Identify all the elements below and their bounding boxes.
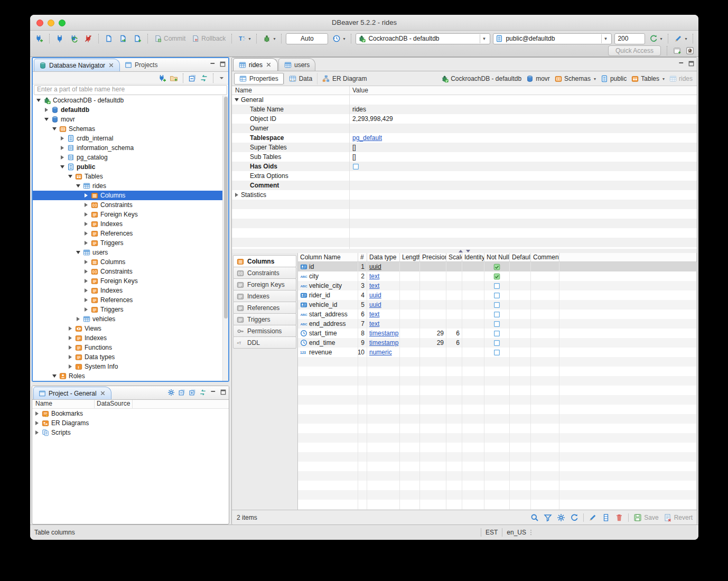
breadcrumb-rides[interactable]: rides (669, 75, 693, 82)
not-null-checkbox-unchecked[interactable] (493, 292, 500, 299)
quick-access-button[interactable]: Quick Access (608, 45, 661, 56)
tree-item-columns[interactable]: Columns (33, 257, 228, 267)
tab-properties[interactable]: Properties (234, 73, 284, 85)
property-row-owner[interactable]: Owner (232, 124, 697, 133)
details-tab-constraints[interactable]: Constraints (233, 267, 296, 279)
property-row-tablespace[interactable]: Tablespacepg_default (232, 133, 697, 143)
property-row-statistics[interactable]: Statistics (232, 190, 697, 200)
expand-arrow[interactable] (83, 240, 89, 246)
expand-arrow[interactable] (34, 411, 40, 416)
expand-arrow[interactable] (83, 221, 89, 227)
gear-icon[interactable] (167, 389, 175, 396)
rollback-button[interactable]: Rollback (190, 33, 227, 44)
column-row-id[interactable]: id1uuid (298, 262, 697, 271)
expand-arrow[interactable] (68, 345, 73, 350)
tree-item-indexes[interactable]: Indexes (33, 333, 228, 343)
expand-arrow[interactable] (68, 335, 73, 341)
tree-item-triggers[interactable]: Triggers (33, 238, 228, 248)
not-null-checkbox-unchecked[interactable] (493, 283, 500, 289)
tab-database-navigator[interactable]: Database Navigator (34, 59, 120, 71)
expand-arrow[interactable] (83, 297, 89, 303)
tab-project-general[interactable]: Project - General (33, 387, 111, 399)
chevron-down-icon[interactable]: ▾ (594, 77, 596, 81)
column-row-rider-id[interactable]: rider_id4uuid (298, 290, 697, 300)
expand-arrow[interactable] (83, 288, 89, 293)
tree-item-cockroachdb-defaultdb[interactable]: CockroachDB - defaultdb (33, 96, 228, 105)
delete-trash-icon[interactable] (615, 513, 623, 522)
not-null-checkbox-checked[interactable] (493, 264, 500, 270)
schema-dropdown-arrow[interactable]: ▼ (601, 34, 609, 43)
column-row-revenue[interactable]: 123revenue10numeric (298, 348, 697, 357)
not-null-checkbox-checked[interactable] (493, 273, 500, 280)
new-folder-icon[interactable] (170, 74, 178, 82)
maximize-view-icon[interactable] (220, 389, 227, 396)
details-tab-foreign-keys[interactable]: Foreign Keys (233, 278, 296, 290)
expand-arrow[interactable] (76, 183, 81, 189)
expand-arrow[interactable] (60, 145, 65, 151)
grid-header-comment[interactable]: Comment (531, 253, 559, 261)
tree-item-indexes[interactable]: Indexes (33, 219, 228, 229)
open-sql-editor-button[interactable] (117, 33, 129, 44)
tree-item-references[interactable]: References (33, 229, 228, 238)
tree-item-indexes[interactable]: Indexes (33, 286, 228, 295)
has-oids-checkbox[interactable] (352, 163, 359, 170)
tree-item-columns[interactable]: Columns (33, 191, 228, 200)
not-null-checkbox-unchecked[interactable] (493, 302, 500, 308)
minimize-view-icon[interactable] (678, 60, 685, 67)
tree-scrollbar[interactable] (222, 96, 228, 381)
connection-dropdown-arrow[interactable]: ▼ (480, 34, 488, 43)
breadcrumb-schemas[interactable]: Schemas▾ (555, 75, 596, 82)
property-row-comment[interactable]: Comment (232, 181, 697, 190)
data-type-link[interactable]: uuid (369, 263, 381, 270)
sql-editor-button[interactable] (103, 33, 115, 44)
breadcrumb-tables[interactable]: Tables▾ (631, 75, 665, 82)
undo-button[interactable] (697, 33, 698, 44)
breadcrumb-movr[interactable]: movr (526, 75, 550, 82)
debug-button[interactable]: ▾ (261, 33, 277, 44)
tree-item-public[interactable]: public (33, 162, 228, 172)
property-row-table-name[interactable]: Table Namerides (232, 105, 697, 114)
collapse-all-icon[interactable] (178, 389, 185, 396)
expand-arrow[interactable] (44, 107, 49, 113)
grid-header-length[interactable]: Length (400, 253, 420, 261)
grid-header-[interactable]: # (358, 253, 367, 261)
tab-er-diagram[interactable]: ER Diagram (317, 73, 371, 85)
property-row-sub-tables[interactable]: Sub Tables[] (232, 152, 697, 162)
new-connection-icon[interactable] (158, 74, 166, 82)
maximize-view-icon[interactable] (688, 60, 695, 67)
property-row-super-tables[interactable]: Super Tables[] (232, 143, 697, 152)
column-row-end-address[interactable]: ABCend_address7text (298, 319, 697, 329)
expand-arrow[interactable] (60, 136, 65, 141)
collapse-all-icon[interactable] (188, 74, 197, 82)
column-row-city[interactable]: ABCcity2text (298, 271, 697, 281)
expand-arrow[interactable] (83, 307, 89, 312)
expand-arrow[interactable] (34, 430, 40, 435)
expand-arrow[interactable] (83, 202, 89, 208)
expand-arrow[interactable] (83, 193, 89, 198)
data-type-link[interactable]: uuid (369, 301, 381, 308)
tree-item-views[interactable]: Views (33, 324, 228, 333)
project-item-scripts[interactable]: Scripts (32, 428, 229, 437)
table-filter-input[interactable]: Enter a part of table name here (34, 85, 227, 95)
column-row-vehicle-id[interactable]: vehicle_id5uuid (298, 300, 697, 310)
tree-item-roles[interactable]: Roles (33, 371, 228, 381)
expand-arrow[interactable] (60, 164, 65, 170)
search-icon[interactable] (530, 513, 539, 522)
expand-arrow[interactable] (52, 373, 57, 379)
expand-arrow[interactable] (234, 192, 239, 198)
grid-header-scale[interactable]: Scale (446, 253, 462, 261)
fetch-size-input[interactable]: 200 (614, 33, 645, 44)
data-type-link[interactable]: text (369, 273, 379, 280)
revert-button[interactable]: Revert (664, 513, 693, 522)
close-icon[interactable] (108, 62, 115, 69)
dbeaver-perspective-icon[interactable] (686, 46, 694, 55)
tablespace-link[interactable]: pg_default (352, 134, 382, 142)
column-row-vehicle-city[interactable]: ABCvehicle_city3text (298, 281, 697, 290)
editor-tab-rides[interactable]: rides (233, 58, 278, 71)
tree-item-defaultdb[interactable]: defaultdb (33, 105, 228, 115)
details-tab-indexes[interactable]: Indexes (233, 290, 296, 302)
not-null-checkbox-unchecked[interactable] (493, 321, 500, 327)
edit-pencil-icon[interactable] (589, 513, 597, 522)
data-type-link[interactable]: uuid (369, 292, 381, 299)
close-icon[interactable] (99, 390, 106, 397)
